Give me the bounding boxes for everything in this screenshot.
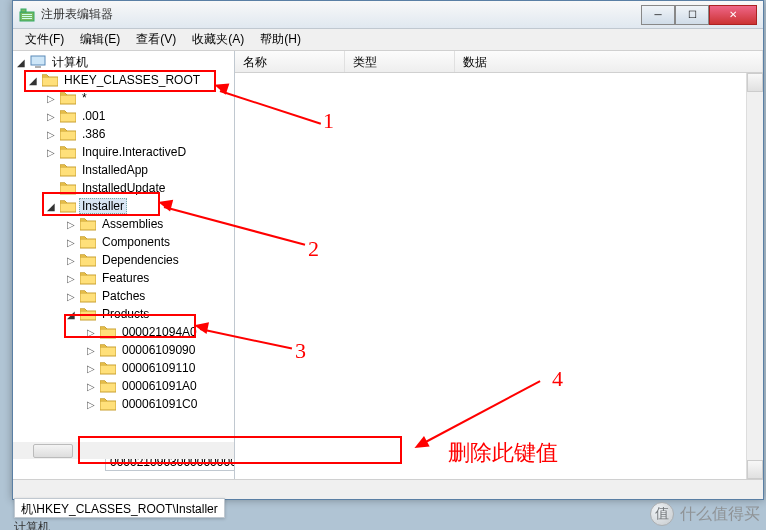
statusbar	[13, 479, 763, 499]
registry-editor-window: 注册表编辑器 ─ ☐ ✕ 文件(F) 编辑(E) 查看(V) 收藏夹(A) 帮助…	[12, 0, 764, 500]
folder-icon	[60, 109, 76, 123]
list-vertical-scrollbar[interactable]	[746, 73, 763, 479]
collapse-icon[interactable]: ◢	[27, 75, 39, 86]
scrollbar-thumb[interactable]	[33, 444, 73, 458]
tree-item[interactable]: ▷000061091C0	[13, 395, 234, 413]
folder-icon	[60, 163, 76, 177]
tree-item[interactable]: ▷00006109110	[13, 359, 234, 377]
minimize-button[interactable]: ─	[641, 5, 675, 25]
svg-rect-3	[22, 16, 32, 17]
watermark: 值 什么值得买	[650, 502, 760, 526]
tree-pane[interactable]: ◢计算机◢HKEY_CLASSES_ROOT▷*▷.001▷.386▷Inqui…	[13, 51, 235, 479]
tree-item[interactable]: ▷InstalledUpdate	[13, 179, 234, 197]
tree-item[interactable]: ◢Installer	[13, 197, 234, 215]
svg-rect-2	[22, 14, 32, 15]
tree-item[interactable]: ▷000021094A0	[13, 323, 234, 341]
folder-icon	[60, 145, 76, 159]
folder-icon	[60, 127, 76, 141]
tree-item[interactable]: ▷Features	[13, 269, 234, 287]
tree-item[interactable]: ▷Assemblies	[13, 215, 234, 233]
column-data[interactable]: 数据	[455, 51, 763, 72]
close-button[interactable]: ✕	[709, 5, 757, 25]
tree-item-label[interactable]: 000061091C0	[119, 396, 200, 412]
tree-item-label[interactable]: InstalledApp	[79, 162, 151, 178]
folder-icon	[100, 325, 116, 339]
watermark-text: 什么值得买	[680, 504, 760, 525]
svg-rect-4	[22, 18, 32, 19]
tree-item-label[interactable]: Dependencies	[99, 252, 182, 268]
tree-item[interactable]: ▷Dependencies	[13, 251, 234, 269]
column-name[interactable]: 名称	[235, 51, 345, 72]
tree-item-label[interactable]: Installer	[79, 198, 127, 214]
menu-edit[interactable]: 编辑(E)	[72, 29, 128, 50]
tree-item-label[interactable]: .386	[79, 126, 108, 142]
tree-item-label[interactable]: Products	[99, 306, 152, 322]
expand-icon[interactable]: ▷	[65, 219, 77, 230]
tree-item[interactable]: ▷Components	[13, 233, 234, 251]
tree-item-label[interactable]: *	[79, 90, 90, 106]
expand-icon[interactable]: ▷	[45, 111, 57, 122]
folder-icon	[80, 235, 96, 249]
tree-item-label[interactable]: 000021094A0	[119, 324, 200, 340]
tree-item[interactable]: ▷InstalledApp	[13, 161, 234, 179]
tree-item[interactable]: ▷.386	[13, 125, 234, 143]
tree-item-label[interactable]: InstalledUpdate	[79, 180, 168, 196]
tree-item[interactable]: ▷Inquire.InteractiveD	[13, 143, 234, 161]
tree-item[interactable]: ◢Products	[13, 305, 234, 323]
list-pane[interactable]: 名称 类型 数据	[235, 51, 763, 479]
folder-icon	[100, 361, 116, 375]
statusbar-under-text: 计算机	[14, 519, 50, 530]
expand-icon[interactable]: ▷	[85, 327, 97, 338]
tree-item-label[interactable]: HKEY_CLASSES_ROOT	[61, 72, 203, 88]
expand-icon[interactable]: ▷	[85, 381, 97, 392]
expand-icon[interactable]: ▷	[65, 273, 77, 284]
expand-icon[interactable]: ▷	[65, 255, 77, 266]
tree-item-label[interactable]: 00006109110	[119, 360, 198, 376]
menu-file[interactable]: 文件(F)	[17, 29, 72, 50]
list-header: 名称 类型 数据	[235, 51, 763, 73]
tree-horizontal-scrollbar[interactable]	[13, 442, 234, 459]
menu-help[interactable]: 帮助(H)	[252, 29, 309, 50]
tree-item[interactable]: ◢计算机	[13, 53, 234, 71]
tree-item-label[interactable]: Assemblies	[99, 216, 166, 232]
tree-item-label[interactable]: Components	[99, 234, 173, 250]
expand-icon[interactable]: ▷	[45, 129, 57, 140]
menu-favorites[interactable]: 收藏夹(A)	[184, 29, 252, 50]
folder-icon	[80, 307, 96, 321]
tree-item[interactable]: ▷000061091A0	[13, 377, 234, 395]
tree-item[interactable]: ◢HKEY_CLASSES_ROOT	[13, 71, 234, 89]
collapse-icon[interactable]: ◢	[15, 57, 27, 68]
column-type[interactable]: 类型	[345, 51, 455, 72]
tree-item-label[interactable]: 计算机	[49, 53, 91, 72]
menubar: 文件(F) 编辑(E) 查看(V) 收藏夹(A) 帮助(H)	[13, 29, 763, 51]
expand-icon[interactable]: ▷	[65, 237, 77, 248]
window-title: 注册表编辑器	[41, 6, 641, 23]
expand-icon[interactable]: ▷	[85, 345, 97, 356]
folder-icon	[100, 343, 116, 357]
menu-view[interactable]: 查看(V)	[128, 29, 184, 50]
tree-item[interactable]: ▷Patches	[13, 287, 234, 305]
tree-item-label[interactable]: 000061091A0	[119, 378, 200, 394]
expand-icon[interactable]: ▷	[45, 147, 57, 158]
expand-icon[interactable]: ▷	[45, 93, 57, 104]
expand-icon[interactable]: ▷	[85, 399, 97, 410]
titlebar[interactable]: 注册表编辑器 ─ ☐ ✕	[13, 1, 763, 29]
tree-item-label[interactable]: 00006109090	[119, 342, 198, 358]
folder-icon	[60, 181, 76, 195]
maximize-button[interactable]: ☐	[675, 5, 709, 25]
expand-icon[interactable]: ▷	[85, 363, 97, 374]
collapse-icon[interactable]: ◢	[65, 309, 77, 320]
tree-item[interactable]: ▷.001	[13, 107, 234, 125]
expand-icon[interactable]: ▷	[65, 291, 77, 302]
tree-item[interactable]: ▷*	[13, 89, 234, 107]
tree-item-label[interactable]: Patches	[99, 288, 148, 304]
window-controls: ─ ☐ ✕	[641, 5, 757, 25]
tree-item-label[interactable]: Features	[99, 270, 152, 286]
collapse-icon[interactable]: ◢	[45, 201, 57, 212]
folder-icon	[80, 289, 96, 303]
content-area: ◢计算机◢HKEY_CLASSES_ROOT▷*▷.001▷.386▷Inqui…	[13, 51, 763, 479]
watermark-logo-icon: 值	[650, 502, 674, 526]
tree-item-label[interactable]: Inquire.InteractiveD	[79, 144, 189, 160]
tree-item-label[interactable]: .001	[79, 108, 108, 124]
tree-item[interactable]: ▷00006109090	[13, 341, 234, 359]
